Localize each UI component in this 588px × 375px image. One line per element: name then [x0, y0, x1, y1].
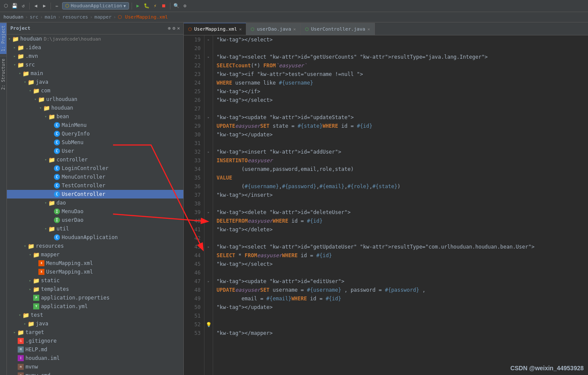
gutter-line-28[interactable]: ▸: [204, 113, 213, 122]
code-line-42[interactable]: [217, 234, 588, 243]
code-line-41[interactable]: "kw-tag"></delete>: [217, 225, 588, 234]
toolbar-icon-search[interactable]: 🔍: [173, 3, 180, 9]
tree-item-templates[interactable]: ▸📁templates: [7, 285, 183, 293]
tab-userDao-java[interactable]: ⬡userDao.java✕: [246, 23, 301, 35]
code-line-48[interactable]: UPDATE easyuser SET username = #{usernam…: [217, 286, 588, 294]
tree-root[interactable]: ▾📁houduanD:\javadcode\houduan: [7, 35, 183, 43]
code-line-33[interactable]: INSERT INTO easyuser: [217, 156, 588, 165]
code-line-38[interactable]: [217, 199, 588, 208]
tree-item-MenuController[interactable]: CMenuController: [7, 173, 183, 181]
toolbar-icon-2[interactable]: 💾: [11, 3, 18, 9]
toolbar-icon-debug[interactable]: 🐛: [143, 3, 150, 9]
tree-item-mvnw[interactable]: mmvnw: [7, 362, 183, 371]
panel-action-expand[interactable]: ⊕: [168, 25, 171, 31]
tree-item-static[interactable]: ▸📁static: [7, 276, 183, 285]
tree-item-dao[interactable]: ▾📁dao: [7, 199, 183, 207]
code-line-52[interactable]: [217, 320, 588, 329]
tab-UserMapping-xml[interactable]: ⬡UserMapping.xml✕: [184, 23, 246, 35]
code-line-25[interactable]: "kw-tag"></if>: [217, 87, 588, 96]
tree-item-userDao[interactable]: IuserDao: [7, 216, 183, 224]
fold-icon[interactable]: ▸: [208, 38, 210, 42]
tree-item-com[interactable]: ▾📁com: [7, 86, 183, 95]
code-line-36[interactable]: (#{username},#{password},#{email},#{role…: [217, 182, 588, 191]
code-line-39[interactable]: "kw-tag"><delete "kw-attr">id="deleteUse…: [217, 208, 588, 217]
fold-icon[interactable]: ▸: [208, 245, 210, 249]
tree-item-mapper[interactable]: ▾📁mapper: [7, 250, 183, 259]
gutter-line-32[interactable]: ▸: [204, 148, 213, 156]
code-line-44[interactable]: SELECT * FROM easyuser WHERE id = #{id}: [217, 251, 588, 260]
gutter-line-21[interactable]: ▸: [204, 53, 213, 61]
code-line-22[interactable]: SELECT count(*) FROM `easyuser`: [217, 61, 588, 70]
tree-item-urlhouduan[interactable]: ▾📁urlhouduan: [7, 95, 183, 104]
side-tab-project[interactable]: 1: Project: [0, 22, 6, 54]
app-name-dropdown[interactable]: ⬡ HouduanApplication ▼: [62, 2, 129, 9]
fold-icon[interactable]: ▸: [208, 150, 210, 154]
fold-icon[interactable]: ▸: [208, 279, 210, 284]
fold-icon[interactable]: ▸: [208, 55, 210, 59]
code-line-27[interactable]: [217, 104, 588, 113]
tree-item-LoginController[interactable]: CLoginController: [7, 164, 183, 173]
tree-item-SubMenu[interactable]: CSubMenu: [7, 138, 183, 147]
tree-item-UserMapping-xml[interactable]: XUserMapping.xml: [7, 268, 183, 276]
tree-item-controller[interactable]: ▾📁controller: [7, 155, 183, 164]
gutter-line-47[interactable]: ▸: [204, 277, 213, 286]
tree-item-MainMenu[interactable]: CMainMenu: [7, 121, 183, 129]
code-line-47[interactable]: "kw-tag"><update "kw-attr">id="editUser"…: [217, 277, 588, 286]
tree-item-application-yml[interactable]: Yapplication.yml: [7, 302, 183, 311]
tree-item-MenuDao[interactable]: IMenuDao: [7, 207, 183, 216]
tree-item-TestController[interactable]: CTestController: [7, 181, 183, 190]
code-line-51[interactable]: [217, 312, 588, 320]
gutter-line-19[interactable]: ▸: [204, 35, 213, 44]
breadcrumb-item-file[interactable]: ⬡ UserMapping.xml: [118, 14, 168, 20]
panel-action-settings[interactable]: ⚙: [173, 25, 176, 31]
tree-item-java[interactable]: ▾📁java: [7, 78, 183, 86]
toolbar-icon-settings[interactable]: ⚙: [182, 3, 189, 9]
tree-item-util[interactable]: ▾📁util: [7, 224, 183, 233]
code-line-26[interactable]: "kw-tag"></select>: [217, 96, 588, 104]
code-line-30[interactable]: "kw-tag"></update>: [217, 130, 588, 139]
code-line-23[interactable]: "kw-tag"><if "kw-attr">test="username !=…: [217, 70, 588, 79]
toolbar-icon-run2[interactable]: ⚡: [152, 3, 159, 9]
tree-item--idea[interactable]: ▸📁.idea: [7, 43, 183, 52]
tab-close[interactable]: ✕: [239, 27, 242, 32]
code-line-53[interactable]: "kw-tag"></mapper>: [217, 329, 588, 337]
tab-close[interactable]: ✕: [293, 27, 296, 32]
tree-item-houduan-iml[interactable]: Ihouduan.iml: [7, 354, 183, 362]
tree-item-HouduanApplication[interactable]: CHouduanApplication: [7, 233, 183, 242]
tree-item-mvnw-cmd[interactable]: mmvnw.cmd: [7, 371, 183, 375]
toolbar-icon-stop[interactable]: ⏹: [160, 3, 167, 9]
breadcrumb-item-4[interactable]: resources: [63, 14, 88, 20]
code-line-29[interactable]: UPDATE easyuser SET state = #{state} WHE…: [217, 122, 588, 130]
tree-item-src[interactable]: ▾📁src: [7, 60, 183, 69]
tree-item-java[interactable]: ▸📁java: [7, 319, 183, 328]
gutter-line-43[interactable]: ▸: [204, 243, 213, 251]
code-line-35[interactable]: VALUE: [217, 173, 588, 182]
toolbar-icon-edit[interactable]: ✏: [53, 3, 60, 9]
code-line-32[interactable]: "kw-tag"><insert "kw-attr">id="addUser">: [217, 148, 588, 156]
tree-item-test[interactable]: ▾📁test: [7, 311, 183, 319]
gutter-line-39[interactable]: ▸: [204, 208, 213, 217]
code-line-34[interactable]: (username,password,email,role,state): [217, 165, 588, 173]
breadcrumb-item-2[interactable]: src: [30, 14, 38, 20]
tree-item--mvn[interactable]: ▸📁.mvn: [7, 52, 183, 60]
breadcrumb-item-5[interactable]: mapper: [94, 14, 112, 20]
code-line-45[interactable]: "kw-tag"></select>: [217, 260, 588, 268]
code-line-37[interactable]: "kw-tag"></insert>: [217, 191, 588, 199]
tree-item-houduan[interactable]: ▾📁houduan: [7, 104, 183, 112]
tree-item-QueryInfo[interactable]: CQueryInfo: [7, 129, 183, 138]
tree-item-target[interactable]: ▸📁target: [7, 328, 183, 337]
code-line-24[interactable]: WHERE username like #{username}: [217, 79, 588, 87]
tree-item-HELP-md[interactable]: MHELP.md: [7, 345, 183, 354]
tree-item-resources[interactable]: ▾📁resources: [7, 242, 183, 250]
code-line-46[interactable]: [217, 268, 588, 277]
tab-UserController-java[interactable]: ⬡UserController.java✕: [301, 23, 375, 35]
code-line-21[interactable]: "kw-tag"><select "kw-attr">id="getUserCo…: [217, 53, 588, 61]
tree-item--gitignore[interactable]: G.gitignore: [7, 337, 183, 345]
tree-item-MenuMapping-xml[interactable]: XMenuMapping.xml: [7, 259, 183, 268]
toolbar-icon-run[interactable]: ▶: [135, 3, 141, 9]
side-tab-structure[interactable]: 2: Structure: [0, 56, 6, 92]
tree-item-UserController[interactable]: CUserController: [7, 190, 183, 199]
tab-close[interactable]: ✕: [368, 27, 370, 32]
bulb-icon[interactable]: 💡: [206, 322, 212, 328]
code-line-19[interactable]: "kw-tag"></select>: [217, 35, 588, 44]
